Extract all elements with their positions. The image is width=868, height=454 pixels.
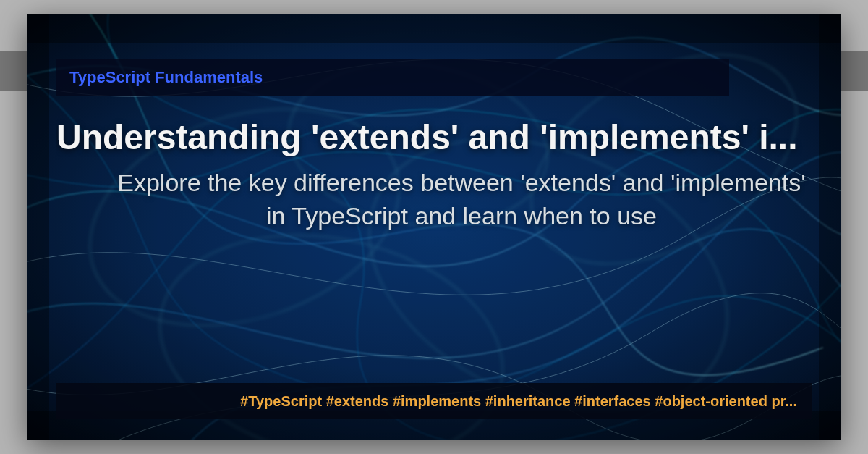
article-title: Understanding 'extends' and 'implements'… bbox=[56, 117, 823, 157]
tags-text: #TypeScript #extends #implements #inheri… bbox=[240, 393, 797, 410]
svg-rect-10 bbox=[819, 14, 841, 440]
category-label: TypeScript Fundamentals bbox=[69, 68, 263, 87]
tags-bar: #TypeScript #extends #implements #inheri… bbox=[56, 383, 812, 419]
article-preview-card: TypeScript Fundamentals Understanding 'e… bbox=[27, 14, 841, 440]
svg-rect-9 bbox=[27, 14, 49, 440]
category-bar: TypeScript Fundamentals bbox=[56, 59, 729, 96]
article-subtitle: Explore the key differences between 'ext… bbox=[114, 167, 809, 233]
svg-rect-7 bbox=[27, 14, 841, 43]
